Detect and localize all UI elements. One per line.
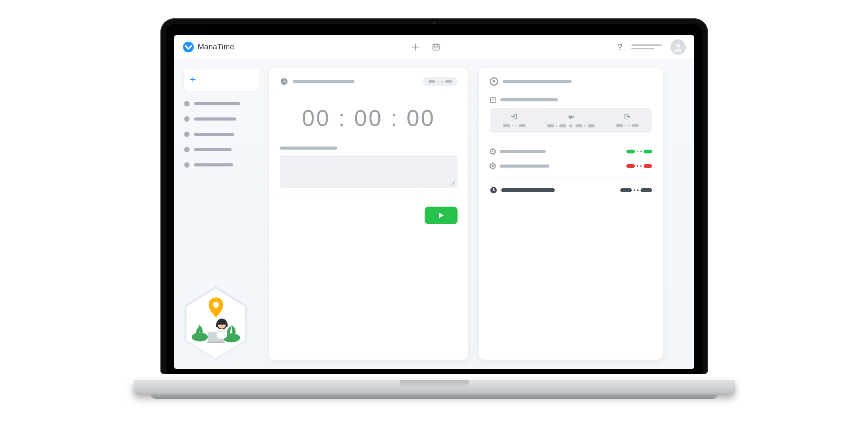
add-icon[interactable]: [410, 42, 421, 52]
paused-value: [626, 164, 652, 168]
bullet-icon: [184, 101, 190, 106]
svg-point-10: [213, 302, 219, 308]
note-label: [280, 147, 337, 150]
paused-label: [500, 165, 549, 168]
svg-point-8: [191, 332, 208, 341]
login-icon: [511, 113, 518, 120]
schedule-checkout: [616, 113, 639, 128]
topbar: ManaTime: [174, 35, 694, 59]
sidebar-item-1[interactable]: [184, 101, 259, 106]
plus-icon: +: [190, 74, 196, 85]
sidebar-item-label: [194, 133, 234, 136]
bullet-icon: [184, 147, 190, 152]
sidebar-item-4[interactable]: [184, 147, 259, 152]
schedule-checkin: [503, 113, 526, 128]
user-name-placeholder: [631, 44, 662, 49]
note-textarea[interactable]: [280, 155, 458, 188]
brand-logo-icon: [183, 41, 194, 53]
support-illustration-icon: [190, 294, 242, 349]
main-area: 00 : 00 : 00: [269, 68, 685, 360]
sidebar-item-label: [194, 117, 236, 121]
paused-row: [490, 163, 652, 169]
svg-rect-5: [434, 49, 435, 49]
svg-rect-18: [226, 323, 227, 327]
app-body: +: [174, 59, 694, 369]
worked-row: [490, 148, 652, 155]
schedule-box: [490, 108, 652, 133]
total-label: [501, 188, 555, 192]
schedule-checkout-value: [616, 124, 639, 127]
user-icon: [490, 77, 498, 86]
summary-user-heading: [503, 80, 572, 83]
brand-name: ManaTime: [198, 42, 234, 51]
worked-value: [626, 150, 652, 153]
svg-rect-3: [436, 47, 436, 48]
avatar-icon[interactable]: [670, 39, 686, 55]
calendar-small-icon: [490, 96, 497, 103]
calendar-icon[interactable]: [431, 42, 441, 52]
summary-card-header: [490, 77, 652, 86]
start-timer-button[interactable]: [425, 207, 458, 224]
play-ring-icon: [490, 148, 496, 155]
help-icon[interactable]: ?: [617, 42, 623, 52]
sidebar-item-label: [194, 163, 233, 166]
summary-card: [479, 68, 663, 360]
bullet-icon: [184, 132, 190, 137]
svg-rect-12: [207, 341, 225, 343]
svg-rect-2: [434, 47, 435, 48]
sidebar-list: [183, 101, 260, 168]
sidebar-item-5[interactable]: [184, 162, 259, 168]
schedule-break-value: [547, 124, 595, 128]
timer-card-header: [280, 77, 458, 86]
resize-grip-icon[interactable]: [450, 180, 455, 186]
schedule-checkin-value: [503, 124, 526, 127]
logout-icon: [624, 113, 631, 120]
schedule-heading-row: [490, 96, 652, 103]
svg-rect-20: [490, 98, 496, 103]
schedule-break: [547, 113, 595, 128]
brand[interactable]: ManaTime: [183, 41, 234, 53]
divider: [269, 197, 468, 197]
svg-rect-4: [437, 47, 438, 48]
sidebar-item-label: [194, 102, 240, 105]
bullet-icon: [184, 162, 190, 168]
schedule-heading: [500, 98, 558, 101]
timer-card: 00 : 00 : 00: [269, 68, 468, 360]
sidebar-illustration: [183, 287, 248, 360]
sidebar-item-label: [194, 148, 232, 151]
laptop-base: [132, 380, 737, 409]
app-window: ManaTime: [174, 35, 694, 369]
svg-rect-17: [216, 323, 217, 327]
coffee-icon: [567, 113, 574, 120]
laptop-lid: ManaTime: [160, 18, 708, 374]
svg-rect-6: [436, 49, 436, 49]
stop-ring-icon: [490, 163, 496, 169]
sidebar-item-2[interactable]: [184, 116, 259, 122]
divider: [490, 178, 652, 178]
topbar-center: [240, 42, 612, 52]
topbar-right: ?: [617, 39, 686, 55]
timer-heading: [293, 80, 354, 83]
svg-rect-16: [216, 329, 227, 333]
laptop-bezel: ManaTime: [166, 24, 703, 374]
play-icon: [437, 212, 445, 219]
laptop-mockup: ManaTime: [132, 18, 737, 409]
clock-icon: [280, 77, 288, 86]
worked-label: [500, 150, 546, 153]
total-value: [620, 188, 652, 192]
svg-point-7: [676, 44, 680, 47]
timer-display: 00 : 00 : 00: [280, 105, 458, 131]
total-row: [490, 186, 652, 194]
sidebar: +: [183, 68, 260, 360]
clock-dark-icon: [490, 186, 497, 194]
sidebar-add-button[interactable]: +: [183, 68, 260, 91]
timer-badge[interactable]: [423, 77, 458, 86]
bullet-icon: [184, 116, 190, 122]
sidebar-item-3[interactable]: [184, 132, 259, 137]
